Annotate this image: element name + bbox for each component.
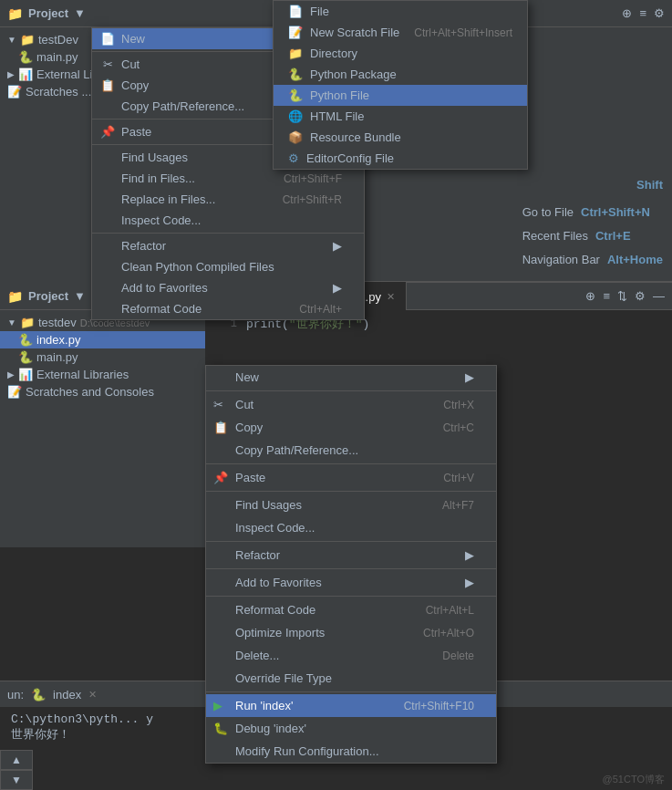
scratch-icon-bottom: 📝 <box>7 385 22 399</box>
tree-folder-icon-bottom: 📁 <box>20 316 35 329</box>
tree-label-mainpy: main.py <box>36 50 78 64</box>
sort-icon-bottom[interactable]: ⇅ <box>617 289 627 303</box>
submenu-item-python-package[interactable]: 🐍 Python Package <box>274 64 527 85</box>
top-toolbar-icons: ⊕ ≡ ⚙ <box>622 6 665 20</box>
tree-label-mainpy-bottom: main.py <box>36 350 78 364</box>
submenu-item-scratch[interactable]: 📝 New Scratch File Ctrl+Alt+Shift+Insert <box>274 22 527 43</box>
tree-item-indexpy-bottom[interactable]: 🐍 index.py <box>0 331 205 348</box>
separator-4 <box>92 233 364 234</box>
sep-b2 <box>206 463 496 464</box>
tree-label-testdev-bottom: testdev <box>38 316 77 329</box>
sep-b4 <box>206 541 496 542</box>
paste-icon-bottom: 📌 <box>213 471 230 484</box>
submenu-item-directory[interactable]: 📁 Directory <box>274 43 527 64</box>
tree-label-indexpy: index.py <box>36 333 80 347</box>
sep-b7 <box>206 691 496 692</box>
submenu-item-html[interactable]: 🌐 HTML File <box>274 106 527 127</box>
tree-label-scratches: Scratches ... <box>26 85 91 99</box>
tree-label-testdev: testDev <box>38 33 78 47</box>
menu-item-reformat-top[interactable]: Reformat Code Ctrl+Alt+ <box>92 298 364 319</box>
menu-item-optimize-bottom[interactable]: Optimize Imports Ctrl+Alt+O <box>206 621 496 644</box>
scroll-up-btn[interactable]: ▲ <box>0 750 33 770</box>
menu-item-favorites-bottom[interactable]: Add to Favorites ▶ <box>206 571 496 594</box>
sep-b1 <box>206 390 496 391</box>
menu-item-copy-bottom[interactable]: 📋 Copy Ctrl+C <box>206 416 496 439</box>
scroll-down-btn[interactable]: ▼ <box>0 770 33 790</box>
menu-item-new-bottom[interactable]: New ▶ <box>206 366 496 389</box>
submenu-item-python-file[interactable]: 🐍 Python File <box>274 85 527 106</box>
file-icon: 📄 <box>288 5 303 18</box>
terminal-file-suffix: y <box>146 712 153 726</box>
bottom-toolbar-icons: ⊕ ≡ ⇅ ⚙ — <box>585 289 665 303</box>
collapse-icon-bottom[interactable]: — <box>653 289 665 303</box>
tree-item-scratches-bottom[interactable]: 📝 Scratches and Consoles <box>0 383 205 400</box>
recent-files-shortcut: Ctrl+E <box>595 224 631 248</box>
menu-item-override-bottom[interactable]: Override File Type <box>206 667 496 690</box>
terminal-tab-label[interactable]: index <box>53 688 81 702</box>
run-icon: ▶ <box>213 699 230 712</box>
copy-icon-top: 📋 <box>99 78 116 92</box>
scratch-file-icon: 📝 <box>288 26 303 39</box>
tree-arrow-testdev: ▼ <box>7 35 16 45</box>
menu-item-delete-bottom[interactable]: Delete... Delete <box>206 644 496 667</box>
scroll-controls: ▲ ▼ <box>0 750 33 790</box>
top-panel: 📁 Project ▼ ⊕ ≡ ⚙ ▼ 📁 testDev 🐍 main.py … <box>0 0 672 283</box>
shift-hint: Shift <box>636 178 663 192</box>
python-file-icon-main-bottom: 🐍 <box>18 350 33 364</box>
tree-item-mainpy-bottom[interactable]: 🐍 main.py <box>0 348 205 366</box>
structure-icon[interactable]: ≡ <box>639 6 646 20</box>
arrow-refactor: ▶ <box>333 239 342 253</box>
submenu-item-editorconfig[interactable]: ⚙ EditorConfig File <box>274 148 527 169</box>
project-folder-icon: 📁 <box>7 6 23 21</box>
tab-close-index[interactable]: ✕ <box>387 291 395 303</box>
goto-file-hint: Go to File Ctrl+Shift+N <box>522 201 663 224</box>
tree-label-external-bottom: External Libraries <box>36 368 129 381</box>
submenu-item-resource[interactable]: 📦 Resource Bundle <box>274 127 527 148</box>
menu-item-replace-files-top[interactable]: Replace in Files... Ctrl+Shift+R <box>92 189 364 210</box>
terminal-file-icon: 🐍 <box>31 688 46 702</box>
menu-item-find-usages-bottom[interactable]: Find Usages Alt+F7 <box>206 494 496 516</box>
menu-item-refactor-top[interactable]: Refactor ▶ <box>92 235 364 256</box>
settings-icon[interactable]: ⚙ <box>654 6 665 20</box>
html-file-icon: 🌐 <box>288 109 303 123</box>
scratch-icon: 📝 <box>7 85 22 99</box>
context-menu-bottom: New ▶ ✂ Cut Ctrl+X 📋 Copy Ctrl+C Copy Pa… <box>205 365 497 764</box>
python-package-icon: 🐍 <box>288 68 303 81</box>
paste-icon: 📌 <box>99 125 116 139</box>
project-folder-icon-bottom: 📁 <box>7 289 23 304</box>
tree-item-external-bottom[interactable]: ▶ 📊 External Libraries <box>0 366 205 383</box>
menu-item-copy-path-bottom[interactable]: Copy Path/Reference... <box>206 439 496 462</box>
cut-icon-bottom: ✂ <box>213 398 230 411</box>
menu-item-paste-bottom[interactable]: 📌 Paste Ctrl+V <box>206 466 496 489</box>
nav-hints: Go to File Ctrl+Shift+N Recent Files Ctr… <box>522 201 663 272</box>
copy-icon-bottom: 📋 <box>213 421 230 434</box>
sep-b6 <box>206 596 496 597</box>
menu-item-inspect-bottom[interactable]: Inspect Code... <box>206 516 496 539</box>
menu-item-cut-bottom[interactable]: ✂ Cut Ctrl+X <box>206 393 496 416</box>
external-lib-icon-bottom: 📊 <box>18 368 33 381</box>
external-lib-icon: 📊 <box>18 68 33 81</box>
menu-item-favorites-top[interactable]: Add to Favorites ▶ <box>92 277 364 298</box>
terminal-tab-close[interactable]: ✕ <box>88 689 97 701</box>
menu-item-debug-bottom[interactable]: 🐛 Debug 'index' <box>206 717 496 740</box>
structure-icon-bottom[interactable]: ≡ <box>603 289 610 303</box>
menu-item-refactor-bottom[interactable]: Refactor ▶ <box>206 544 496 567</box>
menu-item-reformat-bottom[interactable]: Reformat Code Ctrl+Alt+L <box>206 598 496 621</box>
arrow-new-bottom: ▶ <box>465 370 474 384</box>
terminal-run-label: un: <box>7 688 24 702</box>
menu-item-modify-run-bottom[interactable]: Modify Run Configuration... <box>206 740 496 763</box>
recent-files-hint: Recent Files Ctrl+E <box>522 224 663 248</box>
sync-icon[interactable]: ⊕ <box>622 6 632 20</box>
menu-item-clean-top[interactable]: Clean Python Compiled Files <box>92 256 364 277</box>
menu-item-inspect-top[interactable]: Inspect Code... <box>92 210 364 231</box>
sep-b5 <box>206 568 496 569</box>
menu-item-find-files-top[interactable]: Find in Files... Ctrl+Shift+F <box>92 168 364 189</box>
menu-item-run-bottom[interactable]: ▶ Run 'index' Ctrl+Shift+F10 <box>206 694 496 717</box>
sync-icon-bottom[interactable]: ⊕ <box>585 289 595 303</box>
submenu-item-file[interactable]: 📄 File <box>274 1 527 22</box>
project-title-bottom: Project <box>28 289 68 303</box>
bottom-panel: 📁 Project ▼ ⊕ ≡ ⇅ ⚙ — 🐍 main.py ✕ 🐍 inde… <box>0 283 672 790</box>
tree-label-scratches-bottom: Scratches and Consoles <box>26 385 154 399</box>
settings-icon-bottom[interactable]: ⚙ <box>635 289 646 303</box>
goto-file-shortcut: Ctrl+Shift+N <box>581 201 650 224</box>
